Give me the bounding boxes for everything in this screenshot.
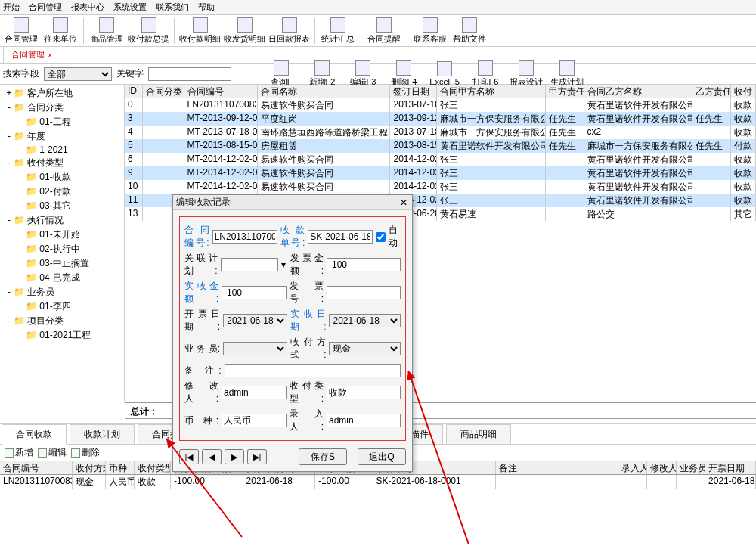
tb-payment-summary[interactable]: 收付款总提	[128, 17, 169, 45]
dt-new[interactable]: 新增	[5, 446, 33, 459]
btn-excel[interactable]: ExcelF5	[426, 60, 463, 88]
tree-node[interactable]: 📁 01-收款	[2, 170, 122, 185]
tree-node[interactable]: 📁 01-李四	[2, 299, 122, 314]
in-invamt[interactable]	[327, 258, 401, 271]
lbl-remark: 备 注:	[184, 365, 222, 377]
in-contract-no[interactable]	[212, 230, 277, 244]
btn-new[interactable]: 新增F2	[304, 60, 340, 88]
tree-node[interactable]: 📁 01-未开始	[2, 228, 122, 242]
menu-item[interactable]: 联系我们	[156, 2, 189, 13]
trash-icon	[396, 60, 411, 76]
dt-delete[interactable]: 删除	[71, 446, 100, 459]
grid-row[interactable]: 0LN201311070083易速软件购买合同2013-07-18张三黄石里诺软…	[125, 98, 756, 112]
tree-node[interactable]: +📁 客户所在地	[2, 86, 122, 101]
btn-delete[interactable]: 删除F4	[386, 60, 422, 88]
grid-row[interactable]: 5MT-2013-08-15-0001房屋租赁2013-08-15黄石里诺软件开…	[125, 139, 756, 153]
keyword-input[interactable]	[148, 67, 231, 81]
tree-node[interactable]: -📁 收付类型	[2, 156, 122, 170]
in-staff[interactable]	[223, 342, 287, 355]
menu-item[interactable]: 开始	[3, 2, 20, 13]
in-type[interactable]	[327, 386, 401, 399]
dialog-titlebar[interactable]: 编辑收款记录 ✕	[173, 195, 412, 210]
lbl-rdate: 实收日期:	[290, 308, 326, 333]
grid-row[interactable]: 10MT-2014-12-02-0005易速软件购买合同2014-12-02张三…	[125, 180, 756, 194]
tb-stats[interactable]: 统计汇总	[320, 17, 356, 45]
btn-save[interactable]: 保存S	[299, 448, 347, 465]
tab-contract-mgmt[interactable]: 合同管理 ×	[3, 46, 60, 63]
tb-daily-report[interactable]: 日回款报表	[268, 17, 310, 45]
btn-print[interactable]: 打印F6	[467, 60, 503, 88]
subtab-receipts[interactable]: 合同收款	[2, 424, 67, 445]
tree-node[interactable]: -📁 执行情况	[2, 213, 122, 228]
btn-gen-plan[interactable]: 生成计划	[549, 60, 585, 88]
grid-row[interactable]: 9MT-2014-12-02-0004易速软件购买合同2014-12-02张三黄…	[125, 166, 756, 180]
lbl-curr: 币 种:	[184, 414, 218, 427]
tree-node[interactable]: 📁 04-已完成	[2, 271, 122, 285]
tb-payment-detail[interactable]: 收付款明细	[179, 17, 221, 45]
record-nav: |◀ ◀ ▶ ▶|	[179, 449, 267, 464]
menu-item[interactable]: 报表中心	[71, 2, 104, 13]
pencil-icon	[355, 60, 370, 76]
tb-contact[interactable]: 联系客服	[412, 17, 448, 45]
grid-header: ID合同分类 合同编号合同名称 签订日期合同甲方名称 甲方责任人合同乙方名称 乙…	[125, 85, 756, 98]
in-method[interactable]: 现金	[329, 342, 401, 355]
grid-row[interactable]: 4MT-2013-07-18-0001南环路慧垣西路等道路桥梁工程2013-07…	[125, 126, 756, 139]
in-entryby[interactable]	[327, 414, 401, 427]
dt-edit[interactable]: 编辑	[38, 446, 67, 459]
chk-auto[interactable]	[376, 232, 386, 242]
tb-help[interactable]: 帮助文件	[451, 17, 488, 45]
nav-next[interactable]: ▶	[225, 449, 244, 464]
in-rdate[interactable]: 2021-06-18	[329, 314, 401, 327]
in-curr[interactable]	[222, 414, 287, 427]
tree-node[interactable]: -📁 合同分类	[2, 101, 122, 115]
lbl-modifier: 修 改 人:	[184, 380, 218, 405]
dialog-close-icon[interactable]: ✕	[398, 197, 409, 208]
grid-row[interactable]: 6MT-2014-12-02-0001易速软件购买合同2014-12-02张三黄…	[125, 153, 756, 166]
btn-report-design[interactable]: 报表设计	[508, 60, 544, 88]
subtab-goods[interactable]: 商品明细	[446, 424, 511, 445]
grid-row[interactable]: 3MT-2013-09-12-0001平度红岗2013-09-12麻城市一方保安…	[125, 112, 756, 126]
in-plan[interactable]	[221, 258, 278, 271]
subtab-plan[interactable]: 收款计划	[70, 424, 135, 445]
tb-shipment-detail[interactable]: 收发货明细	[224, 17, 265, 45]
tree-node[interactable]: -📁 业务员	[2, 285, 122, 299]
lbl-contract-no: 合同编号:	[184, 224, 209, 250]
tb-units[interactable]: 往来单位	[42, 17, 79, 45]
nav-prev[interactable]: ◀	[202, 449, 222, 464]
lbl-idate: 开票日期:	[184, 308, 220, 333]
tree-node[interactable]: 📁 01-工程	[2, 115, 122, 129]
in-bill-no[interactable]	[308, 230, 373, 244]
btn-edit[interactable]: 编辑F3	[345, 60, 381, 88]
tree-node[interactable]: -📁 项目分类	[2, 314, 122, 328]
search-field-select[interactable]: 全部	[44, 67, 112, 81]
in-idate[interactable]: 2021-06-18	[223, 314, 287, 327]
tab-close-icon[interactable]: ×	[48, 51, 52, 60]
lbl-auto: 自动	[389, 224, 401, 250]
tree-node[interactable]: 📁 03-其它	[2, 199, 122, 213]
btn-exit[interactable]: 退出Q	[358, 448, 406, 465]
tb-alert[interactable]: 合同提醒	[366, 17, 402, 45]
in-invno[interactable]	[327, 286, 401, 299]
tb-contract[interactable]: 合同管理	[3, 17, 39, 45]
in-amount[interactable]	[222, 286, 287, 299]
folder-icon	[14, 17, 29, 33]
tree-node[interactable]: 📁 01-2021工程	[2, 328, 122, 343]
nav-first[interactable]: |◀	[179, 449, 199, 464]
tree-node[interactable]: 📁 03-中止搁置	[2, 256, 122, 271]
main-toolbar: 合同管理 往来单位 商品管理 收付款总提 收付款明细 收发货明细 日回款报表 统…	[0, 15, 756, 47]
tree-node[interactable]: 📁 1-2021	[2, 144, 122, 156]
in-modifier[interactable]	[222, 386, 287, 399]
tree-node[interactable]: -📁 年度	[2, 129, 122, 144]
tree-node[interactable]: 📁 02-执行中	[2, 242, 122, 256]
search-field-label: 搜索字段	[3, 67, 39, 80]
tree-node[interactable]: 📁 02-付款	[2, 185, 122, 199]
in-remark[interactable]	[225, 364, 401, 377]
detail-row[interactable]: LN201311070083现金 人民币收款 -100.002021-06-18…	[0, 475, 756, 489]
nav-tree[interactable]: +📁 客户所在地-📁 合同分类📁 01-工程-📁 年度📁 1-2021-📁 收付…	[0, 85, 125, 402]
menu-item[interactable]: 系统设置	[113, 2, 147, 13]
menu-item[interactable]: 合同管理	[29, 2, 62, 13]
btn-query[interactable]: 查询F	[263, 60, 299, 88]
tb-goods[interactable]: 商品管理	[88, 17, 125, 45]
nav-last[interactable]: ▶|	[247, 449, 267, 464]
menu-item[interactable]: 帮助	[198, 2, 215, 13]
